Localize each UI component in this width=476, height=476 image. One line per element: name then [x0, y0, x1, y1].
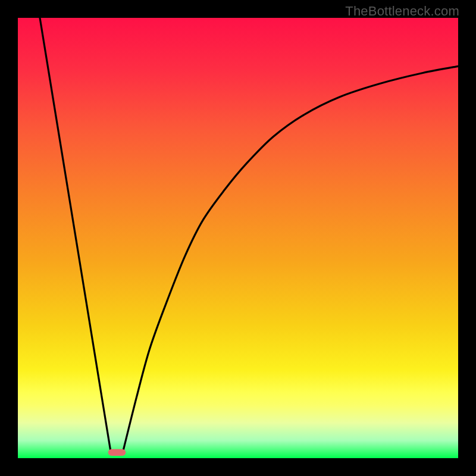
watermark-text: TheBottleneck.com	[345, 4, 459, 19]
plot-area	[18, 18, 458, 458]
right-ascending-curve	[124, 66, 458, 449]
valley-marker	[108, 449, 126, 456]
chart-frame: TheBottleneck.com	[0, 0, 476, 476]
curve-layer	[18, 18, 458, 458]
left-descending-line	[40, 18, 110, 449]
